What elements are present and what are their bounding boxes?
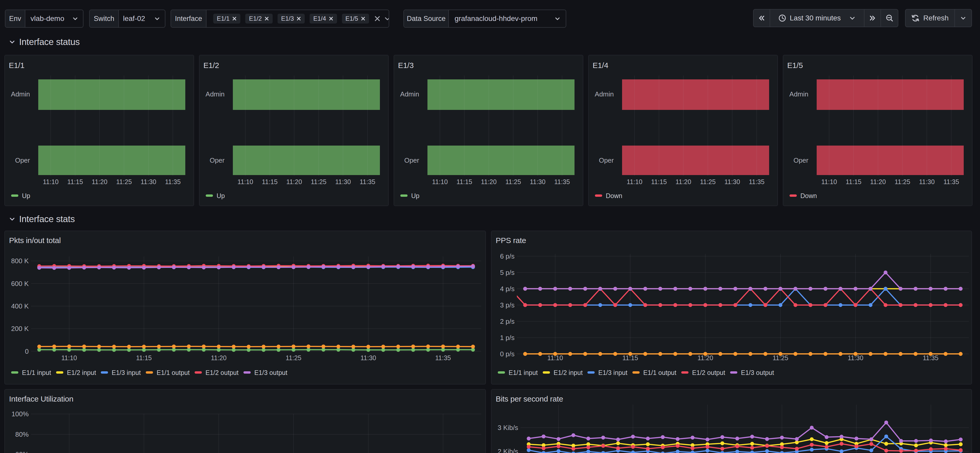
svg-text:E1/2 input: E1/2 input bbox=[554, 369, 583, 376]
svg-text:11:25: 11:25 bbox=[311, 178, 326, 185]
svg-text:Oper: Oper bbox=[404, 156, 419, 164]
svg-text:Oper: Oper bbox=[794, 156, 808, 164]
svg-text:Admin: Admin bbox=[595, 90, 614, 98]
svg-text:11:30: 11:30 bbox=[724, 178, 740, 185]
svg-text:Up: Up bbox=[216, 192, 225, 199]
svg-text:100%: 100% bbox=[12, 410, 29, 418]
svg-text:Up: Up bbox=[411, 192, 420, 199]
svg-text:11:20: 11:20 bbox=[870, 178, 886, 185]
svg-text:11:10: 11:10 bbox=[432, 178, 448, 185]
svg-text:3 Kib/s: 3 Kib/s bbox=[498, 424, 519, 432]
svg-text:11:30: 11:30 bbox=[919, 178, 935, 185]
svg-text:11:15: 11:15 bbox=[136, 354, 152, 362]
svg-text:Oper: Oper bbox=[599, 156, 614, 164]
svg-text:1 p/s: 1 p/s bbox=[500, 334, 515, 341]
svg-text:11:10: 11:10 bbox=[43, 178, 59, 185]
svg-text:Admin: Admin bbox=[400, 90, 419, 98]
svg-text:E1/3 input: E1/3 input bbox=[111, 369, 141, 376]
svg-text:Admin: Admin bbox=[789, 90, 808, 98]
svg-text:Admin: Admin bbox=[205, 90, 224, 98]
svg-text:E1/3 input: E1/3 input bbox=[598, 369, 627, 376]
svg-text:Oper: Oper bbox=[210, 156, 224, 164]
svg-text:11:25: 11:25 bbox=[116, 178, 132, 185]
svg-text:11:10: 11:10 bbox=[237, 178, 253, 185]
svg-text:11:20: 11:20 bbox=[92, 178, 108, 185]
svg-text:11:20: 11:20 bbox=[676, 178, 691, 185]
svg-text:E1/1 input: E1/1 input bbox=[509, 369, 538, 376]
svg-text:200 K: 200 K bbox=[11, 325, 29, 332]
svg-text:Down: Down bbox=[606, 192, 622, 199]
svg-text:11:35: 11:35 bbox=[165, 178, 181, 185]
svg-text:80%: 80% bbox=[15, 431, 29, 438]
svg-text:11:30: 11:30 bbox=[335, 178, 351, 185]
svg-text:E1/1 input: E1/1 input bbox=[22, 369, 51, 376]
svg-text:11:10: 11:10 bbox=[627, 178, 643, 185]
svg-text:800 K: 800 K bbox=[11, 257, 29, 265]
svg-text:Up: Up bbox=[22, 192, 30, 199]
svg-text:11:35: 11:35 bbox=[435, 354, 451, 362]
svg-text:11:35: 11:35 bbox=[943, 178, 959, 185]
svg-text:11:25: 11:25 bbox=[894, 178, 910, 185]
svg-text:11:15: 11:15 bbox=[457, 178, 472, 185]
svg-text:3 p/s: 3 p/s bbox=[500, 301, 515, 309]
svg-text:11:25: 11:25 bbox=[286, 354, 301, 362]
svg-text:11:35: 11:35 bbox=[749, 178, 764, 185]
svg-text:11:35: 11:35 bbox=[360, 178, 375, 185]
svg-text:11:25: 11:25 bbox=[505, 178, 521, 185]
svg-text:11:35: 11:35 bbox=[554, 178, 570, 185]
svg-text:6 p/s: 6 p/s bbox=[500, 252, 515, 260]
svg-text:Admin: Admin bbox=[11, 90, 30, 98]
svg-text:E1/3 output: E1/3 output bbox=[741, 369, 774, 376]
svg-text:E1/2 output: E1/2 output bbox=[692, 369, 725, 376]
svg-text:11:20: 11:20 bbox=[211, 354, 227, 362]
svg-text:11:15: 11:15 bbox=[67, 178, 83, 185]
svg-text:E1/3 output: E1/3 output bbox=[254, 369, 287, 376]
svg-text:2 p/s: 2 p/s bbox=[500, 317, 515, 325]
svg-text:E1/2 input: E1/2 input bbox=[67, 369, 96, 376]
svg-text:11:20: 11:20 bbox=[286, 178, 302, 185]
svg-text:11:10: 11:10 bbox=[61, 354, 77, 362]
svg-text:4 p/s: 4 p/s bbox=[500, 285, 515, 293]
svg-text:11:30: 11:30 bbox=[361, 354, 376, 362]
svg-text:600 K: 600 K bbox=[11, 280, 29, 287]
svg-text:E1/2 output: E1/2 output bbox=[205, 369, 239, 376]
svg-text:11:30: 11:30 bbox=[141, 178, 156, 185]
svg-text:11:30: 11:30 bbox=[530, 178, 546, 185]
svg-text:Oper: Oper bbox=[15, 156, 30, 164]
svg-text:11:15: 11:15 bbox=[262, 178, 278, 185]
svg-text:11:10: 11:10 bbox=[821, 178, 837, 185]
svg-text:0 p/s: 0 p/s bbox=[500, 350, 515, 358]
svg-text:0: 0 bbox=[25, 348, 29, 355]
svg-text:11:15: 11:15 bbox=[846, 178, 861, 185]
svg-text:Down: Down bbox=[800, 192, 817, 199]
svg-text:11:25: 11:25 bbox=[700, 178, 716, 185]
svg-text:5 p/s: 5 p/s bbox=[500, 269, 515, 276]
svg-text:E1/1 output: E1/1 output bbox=[643, 369, 676, 376]
svg-text:11:20: 11:20 bbox=[481, 178, 497, 185]
svg-text:2 Kib/s: 2 Kib/s bbox=[498, 448, 519, 453]
svg-text:11:15: 11:15 bbox=[651, 178, 667, 185]
svg-text:E1/1 output: E1/1 output bbox=[157, 369, 190, 376]
svg-text:400 K: 400 K bbox=[11, 302, 29, 310]
svg-text:60%: 60% bbox=[15, 450, 29, 453]
